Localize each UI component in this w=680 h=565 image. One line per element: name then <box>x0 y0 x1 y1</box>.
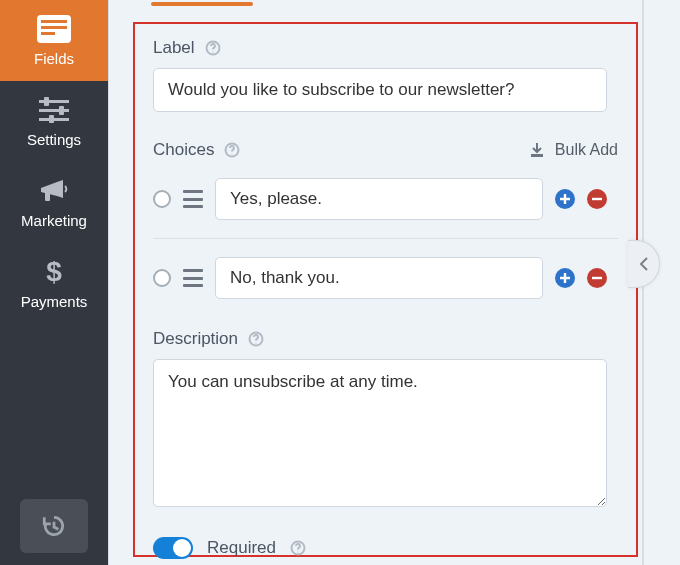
description-section-title: Description <box>153 329 618 349</box>
field-options-panel: Label Choices Bulk Add <box>133 22 638 557</box>
help-icon[interactable] <box>248 331 264 347</box>
collapse-panel-button[interactable] <box>628 240 660 288</box>
label-input[interactable] <box>153 68 607 112</box>
sidebar: Fields Settings Marketing $ Payments <box>0 0 108 565</box>
sidebar-item-payments[interactable]: $ Payments <box>0 243 108 324</box>
svg-rect-2 <box>41 26 67 29</box>
description-textarea[interactable] <box>153 359 607 507</box>
choice-default-radio[interactable] <box>153 190 171 208</box>
minus-icon <box>591 193 603 205</box>
history-icon <box>41 513 67 539</box>
required-label: Required <box>207 538 276 558</box>
sidebar-item-label: Fields <box>34 50 74 67</box>
drag-handle-icon[interactable] <box>183 190 203 208</box>
add-choice-button[interactable] <box>555 189 575 209</box>
main-panel: Label Choices Bulk Add <box>108 0 680 565</box>
help-icon[interactable] <box>290 540 306 556</box>
chevron-left-icon <box>637 255 651 273</box>
svg-rect-8 <box>59 106 64 115</box>
svg-rect-9 <box>49 115 54 123</box>
sidebar-item-marketing[interactable]: Marketing <box>0 162 108 243</box>
remove-choice-button[interactable] <box>587 268 607 288</box>
plus-icon <box>559 193 571 205</box>
active-tab-indicator <box>151 2 253 6</box>
svg-rect-5 <box>39 109 69 112</box>
bullhorn-icon <box>36 176 72 206</box>
svg-point-18 <box>255 342 256 343</box>
choice-row <box>153 253 618 303</box>
svg-rect-7 <box>44 97 49 106</box>
sidebar-item-fields[interactable]: Fields <box>0 0 108 81</box>
sliders-icon <box>36 95 72 125</box>
sidebar-item-label: Payments <box>21 293 88 310</box>
choice-separator <box>153 238 618 239</box>
dollar-icon: $ <box>36 257 72 287</box>
section-title-text: Description <box>153 329 238 349</box>
required-toggle[interactable] <box>153 537 193 559</box>
help-icon[interactable] <box>224 142 240 158</box>
sidebar-item-label: Marketing <box>21 212 87 229</box>
section-title-text: Choices <box>153 140 214 160</box>
svg-text:$: $ <box>46 257 62 287</box>
choices-section-title: Choices <box>153 140 240 160</box>
plus-icon <box>559 272 571 284</box>
fields-icon <box>36 14 72 44</box>
download-icon <box>529 142 545 158</box>
svg-rect-4 <box>39 100 69 103</box>
svg-rect-10 <box>45 192 50 201</box>
svg-point-13 <box>212 51 213 52</box>
svg-rect-1 <box>41 20 67 23</box>
bulk-add-button[interactable]: Bulk Add <box>529 141 618 159</box>
choice-row <box>153 174 618 224</box>
svg-rect-3 <box>41 32 55 35</box>
choice-input[interactable] <box>215 257 543 299</box>
minus-icon <box>591 272 603 284</box>
help-icon[interactable] <box>205 40 221 56</box>
svg-point-15 <box>232 153 233 154</box>
svg-point-20 <box>297 551 298 552</box>
drag-handle-icon[interactable] <box>183 269 203 287</box>
add-choice-button[interactable] <box>555 268 575 288</box>
history-button[interactable] <box>20 499 88 553</box>
choice-default-radio[interactable] <box>153 269 171 287</box>
bulk-add-label: Bulk Add <box>555 141 618 159</box>
choice-input[interactable] <box>215 178 543 220</box>
sidebar-item-label: Settings <box>27 131 81 148</box>
label-section-title: Label <box>153 38 618 58</box>
section-title-text: Label <box>153 38 195 58</box>
remove-choice-button[interactable] <box>587 189 607 209</box>
svg-rect-16 <box>531 154 543 157</box>
sidebar-item-settings[interactable]: Settings <box>0 81 108 162</box>
